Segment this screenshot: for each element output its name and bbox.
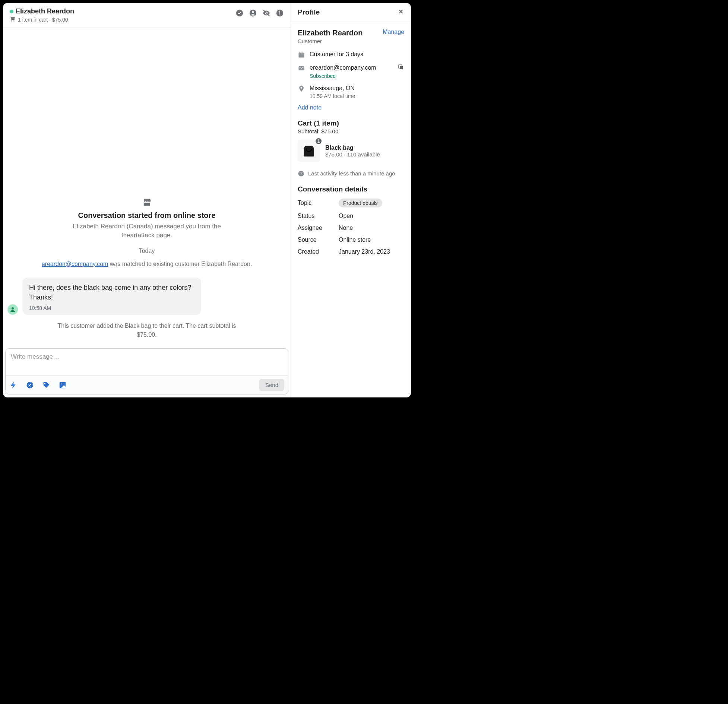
detail-row-topic: Topic Product details — [298, 199, 404, 207]
conversation-subtitle: Elizabeth Reardon (Canada) messaged you … — [65, 222, 229, 240]
detail-row-created: Created January 23rd, 2023 — [298, 248, 404, 255]
local-time: 10:59 AM local time — [310, 93, 355, 99]
mark-done-icon[interactable] — [235, 9, 244, 17]
svg-rect-13 — [300, 52, 300, 53]
last-activity: Last activity less than a minute ago — [298, 169, 404, 177]
profile-email: ereardon@company.com — [310, 64, 376, 72]
svg-rect-16 — [299, 66, 304, 71]
quick-reply-icon[interactable] — [9, 381, 18, 389]
qty-badge: 1 — [315, 137, 322, 145]
message-text: Hi there, does the black bag come in any… — [29, 283, 194, 302]
svg-point-2 — [252, 11, 254, 13]
customer-avatar — [7, 304, 18, 315]
clock-icon — [298, 170, 304, 177]
detail-row-source: Source Online store — [298, 237, 404, 243]
detail-row-assignee: Assignee None — [298, 225, 404, 231]
store-icon — [142, 197, 152, 207]
add-note-link[interactable]: Add note — [298, 104, 404, 111]
alert-icon[interactable] — [276, 9, 284, 17]
profile-location: Mississauga, ON — [310, 84, 355, 92]
cart-activity-line: This customer added the Black bag to the… — [50, 321, 244, 339]
conversation-area: Conversation started from online store E… — [3, 28, 291, 347]
subscribed-label: Subscribed — [310, 73, 376, 79]
cart-item[interactable]: 1 Black bag $75.00 · 110 available — [298, 140, 404, 162]
customer-tenure: Customer for 3 days — [310, 50, 363, 58]
product-tag-icon[interactable] — [42, 381, 50, 389]
svg-rect-17 — [400, 66, 403, 69]
copy-email-icon[interactable] — [398, 64, 404, 70]
sidebar-title: Profile — [298, 8, 320, 16]
customer-name-row[interactable]: Elizabeth Reardon — [10, 7, 76, 15]
product-thumbnail: 1 — [298, 140, 320, 162]
cart-subtotal: Subtotal: $75.00 — [298, 128, 404, 134]
cart-icon — [10, 16, 16, 23]
customer-name: Elizabeth Reardon — [16, 7, 74, 15]
online-status-dot — [10, 10, 13, 13]
day-separator: Today — [7, 248, 286, 254]
matched-email-link[interactable]: ereardon@company.com — [42, 261, 108, 267]
incoming-message: Hi there, does the black bag come in any… — [22, 278, 201, 315]
send-button[interactable]: Send — [259, 379, 284, 391]
user-icon[interactable] — [249, 9, 257, 17]
details-title: Conversation details — [298, 185, 404, 193]
message-time: 10:58 AM — [29, 305, 194, 311]
calendar-icon — [298, 51, 305, 58]
close-icon[interactable] — [398, 8, 404, 16]
hide-icon[interactable] — [262, 9, 270, 17]
svg-point-7 — [12, 307, 14, 310]
message-input[interactable] — [6, 349, 288, 375]
image-icon[interactable] — [58, 381, 67, 389]
svg-rect-15 — [299, 54, 304, 54]
svg-rect-5 — [279, 11, 280, 14]
cart-title: Cart (1 item) — [298, 119, 404, 127]
conversation-header: Elizabeth Reardon 1 item in cart · $75.0… — [3, 3, 291, 28]
product-meta: $75.00 · 110 available — [325, 151, 380, 158]
manage-link[interactable]: Manage — [383, 29, 404, 35]
profile-name: Elizabeth Reardon — [298, 29, 363, 37]
detail-row-status: Status Open — [298, 213, 404, 219]
header-cart-summary: 1 item in cart · $75.00 — [10, 16, 76, 23]
topic-pill[interactable]: Product details — [339, 199, 382, 207]
customer-matched-line: ereardon@company.com was matched to exis… — [7, 260, 286, 269]
svg-point-10 — [61, 383, 62, 384]
svg-rect-6 — [279, 15, 280, 15]
email-icon — [298, 64, 305, 72]
product-name: Black bag — [325, 145, 380, 151]
location-icon — [298, 85, 305, 92]
svg-point-8 — [44, 383, 45, 384]
discount-icon[interactable] — [26, 381, 34, 389]
svg-rect-14 — [303, 52, 303, 53]
profile-role: Customer — [298, 38, 404, 44]
message-composer: Send — [5, 348, 288, 394]
conversation-title: Conversation started from online store — [7, 211, 286, 220]
